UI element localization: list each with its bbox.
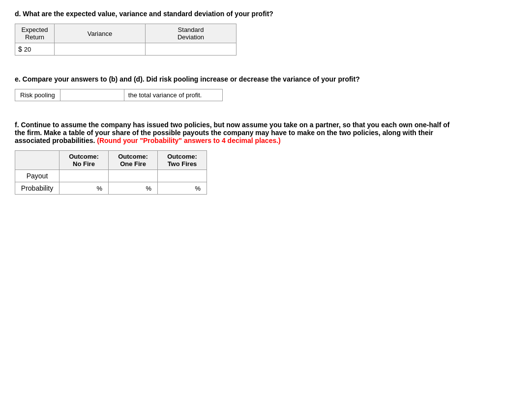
section-f: f. Continue to assume the company has is… [15, 121, 517, 195]
cell-expected-return: $ [15, 43, 55, 56]
question-f-line1: f. Continue to assume the company has is… [15, 121, 449, 129]
risk-pooling-input[interactable] [60, 89, 124, 101]
risk-pooling-row: Risk pooling the total variance of profi… [15, 89, 517, 101]
table-d: Expected Return Variance Standard Deviat… [15, 24, 236, 56]
variance-input[interactable] [59, 46, 141, 53]
question-f-line2: the firm. Make a table of your share of … [15, 129, 433, 137]
expected-return-input[interactable] [24, 46, 49, 53]
payout-two-fires-cell[interactable] [158, 170, 207, 182]
question-d: d. What are the expected value, variance… [15, 10, 517, 18]
question-e: e. Compare your answers to (b) and (d). … [15, 75, 517, 83]
cell-variance[interactable] [55, 43, 146, 56]
col-header-two-fires: Outcome: Two Fires [158, 151, 207, 170]
prob-no-fire-input[interactable] [65, 185, 95, 192]
question-f-line3: associated probabilities. [15, 137, 95, 144]
std-dev-input[interactable] [149, 46, 232, 53]
risk-pooling-label: Risk pooling [15, 89, 60, 101]
payout-one-fire-input[interactable] [114, 172, 153, 180]
prob-two-fires-input[interactable] [164, 185, 193, 192]
probability-label: Probability [15, 182, 59, 195]
prob-no-fire-cell[interactable]: % [59, 182, 109, 195]
cell-std-dev[interactable] [146, 43, 236, 56]
prob-two-fires-pct: % [193, 185, 201, 192]
question-f: f. Continue to assume the company has is… [15, 121, 517, 144]
col-header-std-dev: Standard Deviation [146, 24, 236, 43]
prob-two-fires-cell[interactable]: % [158, 182, 207, 195]
section-e: e. Compare your answers to (b) and (d). … [15, 75, 517, 101]
col-header-label [15, 151, 59, 170]
prob-one-fire-input[interactable] [115, 185, 144, 192]
prob-one-fire-cell[interactable]: % [109, 182, 158, 195]
question-f-bold: (Round your "Probability" answers to 4 d… [97, 137, 280, 144]
payout-no-fire-cell[interactable] [59, 170, 109, 182]
prob-one-fire-pct: % [144, 185, 151, 192]
table-f: Outcome: No Fire Outcome: One Fire Outco… [15, 150, 207, 195]
risk-pooling-static-text: the total variance of profit. [124, 89, 223, 101]
table-row-payout: Payout [15, 170, 207, 182]
col-header-one-fire: Outcome: One Fire [109, 151, 158, 170]
payout-label: Payout [15, 170, 59, 182]
col-header-expected-return: Expected Return [15, 24, 55, 43]
prob-no-fire-pct: % [95, 185, 102, 192]
dollar-sign: $ [18, 45, 22, 53]
payout-one-fire-cell[interactable] [109, 170, 158, 182]
payout-no-fire-input[interactable] [64, 172, 104, 180]
payout-two-fires-input[interactable] [163, 172, 202, 180]
col-header-variance: Variance [55, 24, 146, 43]
section-d: d. What are the expected value, variance… [15, 10, 517, 56]
col-header-no-fire: Outcome: No Fire [59, 151, 109, 170]
table-row-probability: Probability % % % [15, 182, 207, 195]
